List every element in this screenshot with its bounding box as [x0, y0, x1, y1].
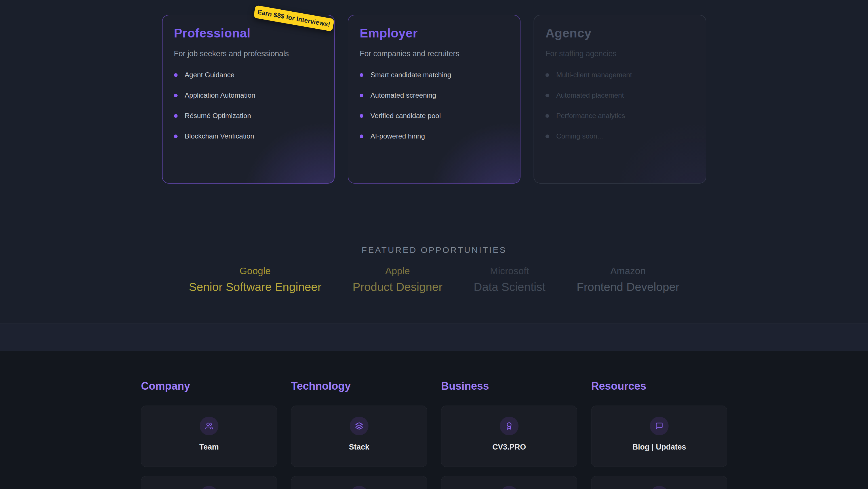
icon-circle: [200, 416, 218, 435]
featured-job-microsoft[interactable]: Microsoft Data Scientist: [474, 265, 546, 294]
footer-card-label: CV3.PRO: [492, 443, 526, 452]
award-icon: [505, 422, 513, 430]
job-title: Product Designer: [352, 280, 442, 294]
plan-feature: Automated placement: [546, 91, 694, 99]
footer-card-partial[interactable]: [591, 476, 727, 489]
bullet-dot-icon: [546, 94, 549, 97]
footer-col-header: Company: [141, 380, 277, 392]
plan-subtitle: For staffing agencies: [546, 49, 694, 58]
footer-col-technology: Technology Stack: [291, 380, 427, 489]
footer-col-resources: Resources Blog | Updates: [591, 380, 727, 489]
chat-icon: [655, 422, 663, 430]
footer-card-label: Team: [199, 443, 219, 452]
icon-circle: [500, 486, 519, 489]
footer-col-header: Technology: [291, 380, 427, 392]
featured-heading: FEATURED OPPORTUNITIES: [0, 245, 868, 255]
plan-feature-label: Coming soon...: [556, 132, 603, 141]
footer-col-business: Business CV3.PRO: [441, 380, 577, 489]
bullet-dot-icon: [360, 73, 363, 77]
bullet-dot-icon: [174, 114, 178, 118]
plan-feature-list: Multi-client management Automated placem…: [546, 71, 694, 141]
bullet-dot-icon: [360, 114, 363, 118]
footer-card-cv3pro[interactable]: CV3.PRO: [441, 406, 577, 467]
plan-feature: Verified candidate pool: [360, 112, 508, 120]
plan-feature: Agent Guidance: [174, 71, 323, 79]
icon-circle: [350, 486, 369, 489]
footer-card-stack[interactable]: Stack: [291, 406, 427, 467]
featured-jobs-row: Google Senior Software Engineer Apple Pr…: [0, 265, 868, 294]
section-gap: [0, 324, 868, 351]
job-company: Apple: [352, 265, 442, 277]
plan-feature-label: Automated screening: [370, 91, 436, 99]
plan-title: Employer: [360, 26, 508, 40]
featured-opportunities-section: FEATURED OPPORTUNITIES Google Senior Sof…: [0, 210, 868, 324]
plan-card-agency: Agency For staffing agencies Multi-clien…: [533, 15, 706, 183]
plan-subtitle: For job seekers and professionals: [174, 49, 323, 58]
plan-feature-label: Verified candidate pool: [370, 112, 441, 120]
icon-circle: [650, 486, 669, 489]
footer-card-partial[interactable]: [441, 476, 577, 489]
plan-feature-label: AI-powered hiring: [370, 132, 425, 141]
footer-col-header: Resources: [591, 380, 727, 392]
job-title: Senior Software Engineer: [189, 280, 321, 294]
plan-feature: AI-powered hiring: [360, 132, 508, 141]
job-company: Microsoft: [474, 265, 546, 277]
plan-title: Agency: [546, 26, 694, 40]
footer-card-team[interactable]: Team: [141, 406, 277, 467]
plan-feature: Application Automation: [174, 91, 323, 99]
plan-feature: Smart candidate matching: [360, 71, 508, 79]
footer-card-partial[interactable]: [291, 476, 427, 489]
plan-feature-label: Automated placement: [556, 91, 624, 99]
plan-feature-label: Performance analytics: [556, 112, 625, 120]
footer-col-company: Company Team: [141, 380, 277, 489]
plan-feature: Résumé Optimization: [174, 112, 323, 120]
featured-job-apple[interactable]: Apple Product Designer: [352, 265, 442, 294]
plan-feature-list: Agent Guidance Application Automation Ré…: [174, 71, 323, 141]
footer-col-header: Business: [441, 380, 577, 392]
plan-feature: Coming soon...: [546, 132, 694, 141]
plan-feature: Multi-client management: [546, 71, 694, 79]
users-icon: [205, 422, 213, 430]
plan-title: Professional: [174, 26, 323, 40]
plan-feature-list: Smart candidate matching Automated scree…: [360, 71, 508, 141]
plan-feature-label: Smart candidate matching: [370, 71, 451, 79]
bullet-dot-icon: [174, 94, 178, 97]
plan-feature: Blockchain Verification: [174, 132, 323, 141]
icon-circle: [500, 416, 519, 435]
plan-feature-label: Résumé Optimization: [185, 112, 251, 120]
footer-card-label: Stack: [349, 443, 369, 452]
footer: Company Team Technology Stack: [0, 351, 868, 489]
job-company: Google: [189, 265, 321, 277]
plan-feature-label: Application Automation: [185, 91, 255, 99]
job-company: Amazon: [577, 265, 679, 277]
icon-circle: [200, 486, 218, 489]
bullet-dot-icon: [546, 114, 549, 118]
featured-job-google[interactable]: Google Senior Software Engineer: [189, 265, 321, 294]
bullet-dot-icon: [360, 94, 363, 97]
featured-job-amazon[interactable]: Amazon Frontend Developer: [577, 265, 679, 294]
bullet-dot-icon: [174, 73, 178, 77]
bullet-dot-icon: [546, 73, 549, 77]
bullet-dot-icon: [174, 135, 178, 138]
plan-card-employer[interactable]: Employer For companies and recruiters Sm…: [348, 15, 521, 183]
plan-card-professional[interactable]: Earn $$$ for Interviews! Professional Fo…: [162, 15, 335, 183]
landing-page: Earn $$$ for Interviews! Professional Fo…: [0, 0, 868, 489]
icon-circle: [650, 416, 669, 435]
plans-section: Earn $$$ for Interviews! Professional Fo…: [0, 0, 868, 210]
plan-feature: Performance analytics: [546, 112, 694, 120]
plan-feature-label: Multi-client management: [556, 71, 632, 79]
footer-card-blog[interactable]: Blog | Updates: [591, 406, 727, 467]
job-title: Frontend Developer: [577, 280, 679, 294]
plan-feature-label: Blockchain Verification: [185, 132, 254, 141]
footer-card-label: Blog | Updates: [632, 443, 686, 452]
footer-card-partial[interactable]: [141, 476, 277, 489]
plan-feature: Automated screening: [360, 91, 508, 99]
bullet-dot-icon: [546, 135, 549, 138]
footer-grid: Company Team Technology Stack: [141, 380, 727, 489]
bullet-dot-icon: [360, 135, 363, 138]
icon-circle: [350, 416, 369, 435]
plan-subtitle: For companies and recruiters: [360, 49, 508, 58]
layers-icon: [355, 422, 363, 430]
plan-feature-label: Agent Guidance: [185, 71, 235, 79]
job-title: Data Scientist: [474, 280, 546, 294]
